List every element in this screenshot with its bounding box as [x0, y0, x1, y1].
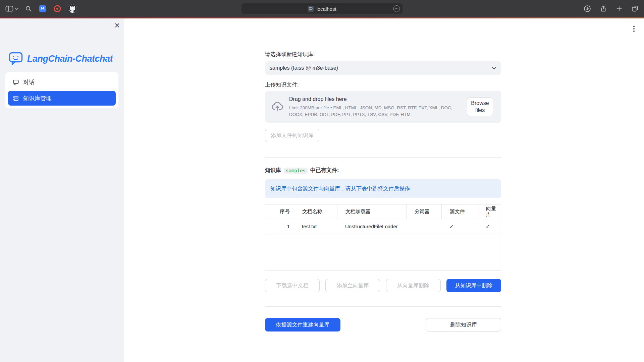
col-header-index[interactable]: 序号 — [265, 204, 294, 219]
main-area: 请选择或新建知识库: samples (faiss @ m3e-base) 上传… — [124, 18, 644, 362]
table-row[interactable]: 1 test.txt UnstructuredFileLoader ✓ ✓ — [265, 219, 501, 234]
divider — [265, 306, 501, 307]
cell-index: 1 — [265, 219, 294, 234]
select-chevron-icon — [492, 67, 496, 70]
cell-source-check: ✓ — [441, 219, 478, 234]
knowledge-base-icon — [13, 95, 19, 102]
chat-bubble-icon — [13, 79, 19, 85]
kb-name-code: samples — [284, 168, 308, 174]
tabs-icon — [631, 5, 639, 12]
file-dropzone[interactable]: Drag and drop files here Limit 200MB per… — [265, 91, 501, 123]
col-header-splitter[interactable]: 分词器 — [406, 204, 441, 219]
cloud-upload-icon — [271, 100, 284, 114]
sidebar-chevron-button[interactable] — [15, 8, 18, 10]
heading-prefix: 知识库 — [265, 167, 281, 174]
col-header-source[interactable]: 源文件 — [441, 204, 478, 219]
brand-name: LangChain-Chatchat — [27, 54, 113, 64]
delete-from-kb-button[interactable]: 从知识库中删除 — [446, 279, 501, 292]
kb-select-label: 请选择或新建知识库: — [265, 51, 501, 58]
share-button[interactable] — [600, 5, 607, 12]
file-actions: 下载选中文档 添加至向量库 从向量库删除 从知识库中删除 — [265, 279, 501, 292]
streamlit-decoration-bar — [0, 17, 644, 18]
dropzone-title: Drag and drop files here — [289, 96, 462, 102]
dropzone-texts: Drag and drop files here Limit 200MB per… — [289, 96, 462, 118]
cell-vector-check: ✓ — [478, 219, 501, 234]
remove-from-vector-button[interactable]: 从向量库删除 — [386, 279, 441, 292]
app-menu-kebab-icon[interactable] — [632, 24, 636, 33]
download-selected-button[interactable]: 下载选中文档 — [265, 279, 320, 292]
pinned-app-github[interactable] — [68, 4, 77, 13]
sidebar: × LangChain-Chatchat 对话 — [0, 18, 124, 362]
delete-kb-button[interactable]: 删除知识库 — [426, 318, 501, 331]
pinned-app-orange[interactable] — [53, 5, 61, 13]
sidebar-menu: 对话 知识库管理 — [5, 72, 118, 108]
extensions-menu-icon[interactable] — [393, 5, 400, 12]
col-header-loader[interactable]: 文档加载器 — [337, 204, 406, 219]
site-favicon — [308, 6, 314, 12]
sidebar-toggle-button[interactable] — [5, 5, 13, 12]
target-ring-icon — [53, 5, 61, 13]
col-header-vector[interactable]: 向量库 — [478, 204, 501, 219]
plus-icon — [616, 5, 623, 12]
brand: LangChain-Chatchat — [9, 52, 113, 65]
kb-select-value: samples (faiss @ m3e-base) — [270, 65, 338, 71]
toolbar-left-group — [5, 4, 77, 13]
url-text: localhost — [316, 6, 336, 12]
cell-name: test.txt — [294, 219, 337, 234]
pinned-app-blue[interactable] — [39, 5, 47, 13]
add-files-button[interactable]: 添加文件到知识库 — [265, 129, 319, 142]
info-alert-text: 知识库中包含源文件与向量库，请从下表中选择文件后操作 — [270, 185, 410, 192]
add-to-vector-button[interactable]: 添加至向量库 — [325, 279, 380, 292]
kb-bottom-actions: 依据源文件重建向量库 删除知识库 — [265, 318, 501, 331]
downloads-button[interactable] — [584, 5, 591, 12]
download-icon — [584, 5, 591, 12]
cell-splitter — [406, 219, 441, 234]
rebuild-vector-store-button[interactable]: 依据源文件重建向量库 — [265, 318, 340, 331]
browser-toolbar: localhost — [0, 0, 644, 17]
cell-loader: UnstructuredFileLoader — [337, 219, 406, 234]
page: × LangChain-Chatchat 对话 — [0, 18, 644, 362]
address-bar[interactable]: localhost — [241, 3, 403, 14]
upload-label: 上传知识文件: — [265, 81, 501, 88]
new-tab-button[interactable] — [616, 5, 623, 12]
dropzone-limit-text: Limit 200MB per file • EML, HTML, JSON, … — [289, 105, 462, 118]
heading-suffix: 中已有文件: — [310, 167, 339, 174]
sidebar-close-button[interactable]: × — [114, 21, 120, 30]
search-icon — [25, 5, 32, 12]
kb-files-heading: 知识库 samples 中已有文件: — [265, 167, 501, 174]
sidebar-item-knowledge-base[interactable]: 知识库管理 — [8, 91, 116, 106]
divider — [265, 157, 501, 158]
toolbar-right-group — [584, 5, 639, 12]
sidebar-item-label: 对话 — [23, 78, 35, 86]
kb-select[interactable]: samples (faiss @ m3e-base) — [265, 61, 501, 75]
files-table[interactable]: 序号 文档名称 文档加载器 分词器 源文件 向量库 1 test.txt Uns… — [265, 204, 501, 270]
github-icon — [68, 4, 77, 13]
sidebar-item-chat[interactable]: 对话 — [8, 75, 116, 89]
table-header-row: 序号 文档名称 文档加载器 分词器 源文件 向量库 — [265, 204, 501, 219]
chevron-down-icon — [15, 8, 18, 10]
sidebar-item-label: 知识库管理 — [23, 95, 52, 102]
blue-app-icon — [39, 5, 47, 13]
brand-logo-icon — [9, 52, 24, 65]
sidebar-icon — [5, 5, 13, 12]
col-header-name[interactable]: 文档名称 — [294, 204, 337, 219]
tab-overview-button[interactable] — [631, 5, 639, 12]
search-button[interactable] — [25, 5, 32, 12]
content-column: 请选择或新建知识库: samples (faiss @ m3e-base) 上传… — [265, 18, 501, 331]
info-alert: 知识库中包含源文件与向量库，请从下表中选择文件后操作 — [265, 179, 501, 198]
share-icon — [600, 5, 607, 12]
browse-files-button[interactable]: Browse files — [467, 98, 493, 116]
